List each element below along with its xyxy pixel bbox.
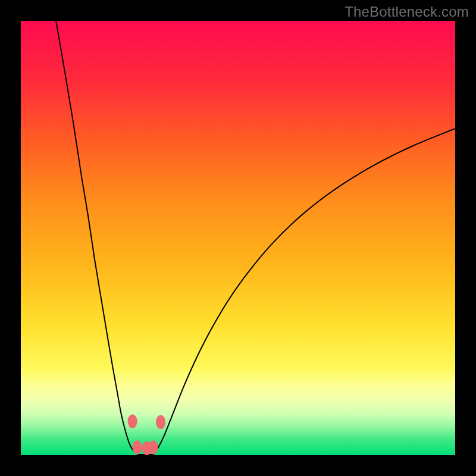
chart-background — [21, 21, 455, 455]
highlight-marker — [128, 414, 137, 428]
highlight-marker — [133, 440, 142, 454]
highlight-marker — [156, 415, 165, 429]
watermark-text: TheBottleneck.com — [345, 4, 469, 20]
highlight-marker — [149, 440, 158, 454]
bottleneck-chart — [21, 21, 455, 455]
outer-frame: TheBottleneck.com — [0, 0, 476, 476]
